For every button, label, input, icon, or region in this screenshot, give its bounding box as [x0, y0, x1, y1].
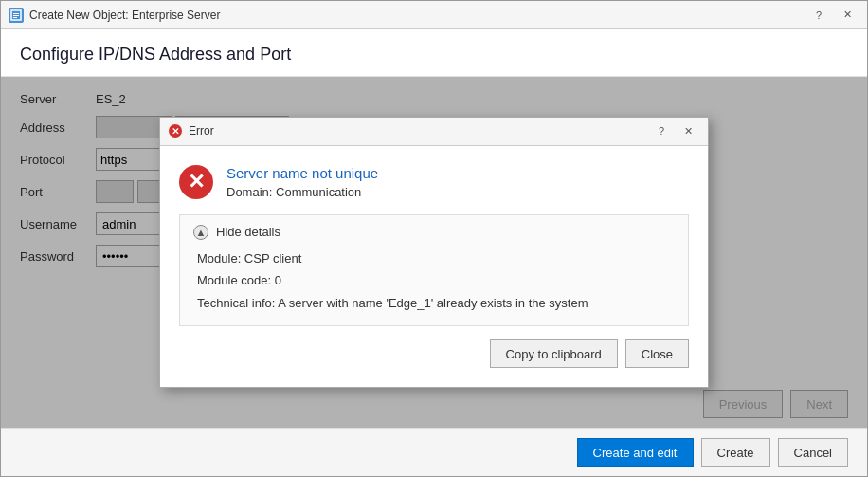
svg-text:✕: ✕ [172, 126, 179, 137]
error-body: ✕ Server name not unique Domain: Communi… [160, 146, 708, 388]
error-main-text: Server name not unique Domain: Communica… [226, 165, 689, 199]
svg-rect-3 [13, 17, 17, 18]
window-title: Create New Object: Enterprise Server [29, 9, 806, 22]
module-line: Module: CSP client [197, 249, 675, 268]
help-button[interactable]: ? [806, 6, 831, 25]
error-icon: ✕ [179, 165, 213, 199]
hide-details-toggle[interactable]: ▲ Hide details [193, 225, 675, 240]
details-content: Module: CSP client Module code: 0 Techni… [193, 249, 675, 313]
error-title-bar: ✕ Error ? ✕ [160, 118, 708, 146]
copy-to-clipboard-button[interactable]: Copy to clipboard [490, 339, 618, 368]
error-icon-symbol: ✕ [188, 170, 205, 194]
details-section: ▲ Hide details Module: CSP client Module… [179, 214, 689, 327]
create-button[interactable]: Create [701, 438, 770, 467]
module-code-line: Module code: 0 [197, 271, 675, 290]
error-window-icon: ✕ [168, 123, 183, 138]
window-icon [9, 8, 24, 23]
error-title-controls: ? ✕ [649, 121, 700, 140]
error-title-message: Server name not unique [226, 165, 689, 181]
title-bar: Create New Object: Enterprise Server ? ✕ [1, 1, 867, 29]
main-window: Create New Object: Enterprise Server ? ✕… [0, 0, 868, 477]
close-dialog-button[interactable]: Close [625, 339, 689, 368]
error-footer: Copy to clipboard Close [179, 339, 689, 368]
svg-rect-1 [13, 13, 19, 14]
close-button[interactable]: ✕ [835, 6, 859, 25]
page-header: Configure IP/DNS Address and Port [1, 29, 867, 77]
bottom-footer: Create and edit Create Cancel [1, 428, 867, 476]
technical-info-line: Technical info: A server with name 'Edge… [197, 294, 675, 313]
svg-rect-2 [13, 15, 19, 16]
cancel-button[interactable]: Cancel [778, 438, 848, 467]
window-controls: ? ✕ [806, 6, 859, 25]
error-dialog-title: Error [189, 124, 649, 138]
toggle-icon: ▲ [193, 225, 208, 240]
error-header: ✕ Server name not unique Domain: Communi… [179, 165, 689, 199]
error-close-button[interactable]: ✕ [676, 121, 700, 140]
error-domain-text: Domain: Communication [226, 185, 689, 199]
page-title: Configure IP/DNS Address and Port [20, 45, 848, 64]
error-dialog: ✕ Error ? ✕ ✕ [159, 117, 709, 389]
modal-overlay: ✕ Error ? ✕ ✕ [1, 77, 867, 428]
details-toggle-label: Hide details [216, 225, 280, 239]
create-and-edit-button[interactable]: Create and edit [577, 438, 694, 467]
form-area: Server ES_2 Address Protocol https http … [1, 77, 867, 428]
error-help-button[interactable]: ? [649, 121, 674, 140]
